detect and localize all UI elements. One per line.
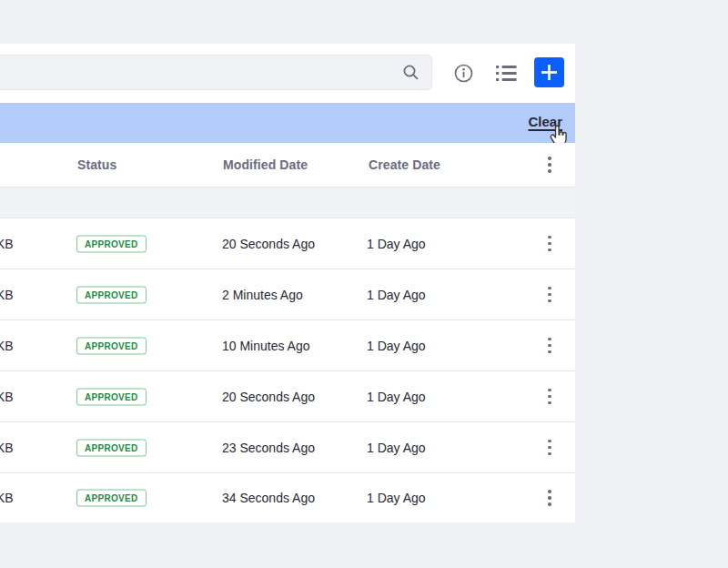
file-size: KB [0, 288, 14, 302]
column-header-created: Create Date [369, 143, 440, 187]
modified-date: 34 Seconds Ago [222, 491, 315, 505]
modified-date: 10 Minutes Ago [222, 339, 310, 353]
file-size: KB [0, 390, 14, 404]
create-date: 1 Day Ago [367, 390, 426, 404]
create-date: 1 Day Ago [367, 339, 426, 353]
row-actions-menu-button[interactable] [541, 434, 559, 462]
table-spacer-row [0, 188, 575, 218]
kebab-icon [548, 338, 551, 341]
info-icon [454, 64, 473, 83]
row-actions-menu-button[interactable] [541, 281, 559, 309]
file-size: KB [0, 491, 14, 505]
status-badge: APPROVED [76, 439, 147, 456]
column-header-status: Status [77, 143, 116, 187]
create-date: 1 Day Ago [367, 288, 426, 302]
kebab-icon [548, 157, 551, 160]
table-row[interactable]: KB APPROVED 34 Seconds Ago 1 Day Ago [0, 473, 575, 522]
column-header-modified: Modified Date [223, 143, 308, 187]
search-button[interactable] [395, 58, 426, 86]
table-row[interactable]: KB APPROVED 2 Minutes Ago 1 Day Ago [0, 269, 575, 320]
file-size: KB [0, 441, 14, 455]
create-date: 1 Day Ago [367, 237, 426, 251]
search-icon [402, 64, 420, 81]
status-badge: APPROVED [76, 337, 147, 354]
display-style-list-button[interactable] [493, 60, 519, 86]
create-date: 1 Day Ago [367, 441, 426, 455]
file-size: KB [0, 339, 14, 353]
status-badge: APPROVED [76, 235, 147, 252]
modified-date: 20 Seconds Ago [222, 390, 315, 404]
table-row[interactable]: KB APPROVED 20 Seconds Ago 1 Day Ago [0, 371, 575, 422]
status-badge: APPROVED [76, 490, 147, 507]
search-box [0, 55, 432, 90]
search-input[interactable] [8, 56, 363, 89]
modified-date: 2 Minutes Ago [222, 288, 303, 302]
row-actions-menu-button[interactable] [541, 332, 559, 360]
clear-selection-link[interactable]: Clear [528, 114, 562, 129]
selection-bar: Clear [0, 103, 575, 143]
kebab-icon [548, 236, 551, 239]
status-badge: APPROVED [76, 286, 147, 303]
modified-date: 23 Seconds Ago [222, 441, 315, 455]
modified-date: 20 Seconds Ago [222, 237, 315, 251]
plus-icon [541, 65, 557, 80]
create-date: 1 Day Ago [367, 491, 426, 505]
table-row[interactable]: KB APPROVED 23 Seconds Ago 1 Day Ago [0, 422, 575, 473]
kebab-icon [548, 389, 551, 392]
add-button[interactable] [534, 57, 564, 87]
table-actions-menu-button[interactable] [541, 151, 559, 178]
list-view-icon [496, 65, 517, 82]
table-row[interactable]: KB APPROVED 20 Seconds Ago 1 Day Ago [0, 218, 575, 269]
row-actions-menu-button[interactable] [541, 484, 559, 512]
app-window: Clear Status Modified Date Create Date K… [0, 0, 728, 568]
status-badge: APPROVED [76, 388, 147, 405]
file-size: KB [0, 237, 14, 251]
row-actions-menu-button[interactable] [541, 230, 559, 258]
kebab-icon [548, 287, 551, 290]
info-button[interactable] [450, 60, 476, 86]
kebab-icon [548, 490, 551, 493]
table-header-row: Status Modified Date Create Date [0, 143, 575, 188]
kebab-icon [548, 440, 551, 443]
table-row[interactable]: KB APPROVED 10 Minutes Ago 1 Day Ago [0, 320, 575, 371]
row-actions-menu-button[interactable] [541, 383, 559, 411]
